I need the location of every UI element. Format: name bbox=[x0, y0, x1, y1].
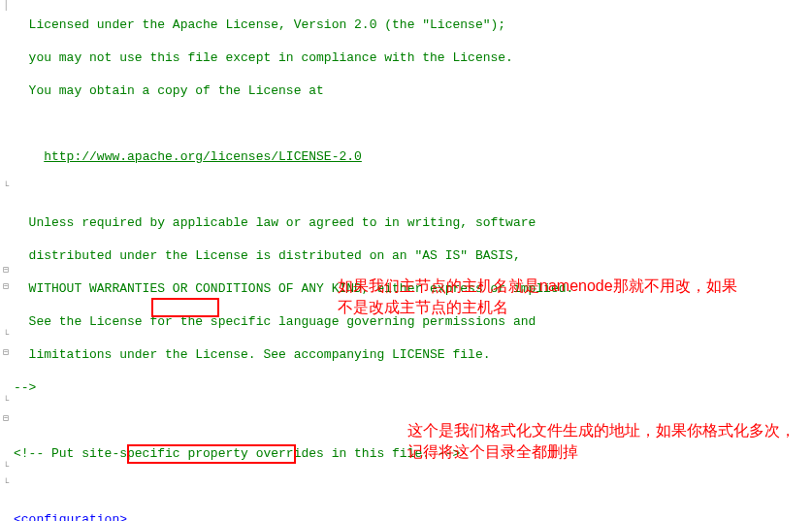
comment-line: http://www.apache.org/licenses/LICENSE-2… bbox=[14, 148, 812, 165]
comment-line: limitations under the License. See accom… bbox=[14, 346, 812, 363]
comment-line bbox=[14, 181, 812, 198]
configuration-open: <configuration> bbox=[14, 511, 812, 521]
fold-bar: │ bbox=[0, 0, 12, 11]
fold-minus[interactable]: ⊟ bbox=[0, 280, 12, 292]
fold-minus[interactable]: ⊟ bbox=[0, 346, 12, 358]
fold-end: └ bbox=[0, 396, 12, 407]
comment-line bbox=[14, 115, 812, 132]
fold-end: └ bbox=[0, 330, 12, 341]
indent bbox=[14, 149, 44, 164]
annotation-tmpdir: 这个是我们格式化文件生成的地址，如果你格式化多次，记得将这个目录全都删掉 bbox=[407, 420, 796, 463]
annotation-namenode: 如果我们主节点的主机名就是namenode那就不用改，如果不是改成主节点的主机名 bbox=[338, 276, 745, 318]
license-url[interactable]: http://www.apache.org/licenses/LICENSE-2… bbox=[44, 149, 362, 164]
fold-end: └ bbox=[0, 478, 12, 489]
comment-line: You may obtain a copy of the License at bbox=[14, 82, 812, 99]
fold-end: └ bbox=[0, 462, 12, 472]
comment-line: distributed under the License is distrib… bbox=[14, 247, 812, 264]
comment-line: Licensed under the Apache License, Versi… bbox=[14, 16, 812, 33]
comment-line: you may not use this file except in comp… bbox=[14, 49, 812, 66]
blank-line bbox=[14, 478, 812, 495]
fold-minus[interactable]: ⊟ bbox=[0, 412, 12, 424]
fold-end: └ bbox=[0, 181, 12, 192]
comment-end: --> bbox=[14, 379, 812, 396]
fold-gutter: │ └ ⊟ ⊟ └ ⊟ └ ⊟ └ └ bbox=[0, 0, 14, 521]
fold-minus[interactable]: ⊟ bbox=[0, 264, 12, 276]
comment-line: Unless required by applicable law or agr… bbox=[14, 214, 812, 231]
